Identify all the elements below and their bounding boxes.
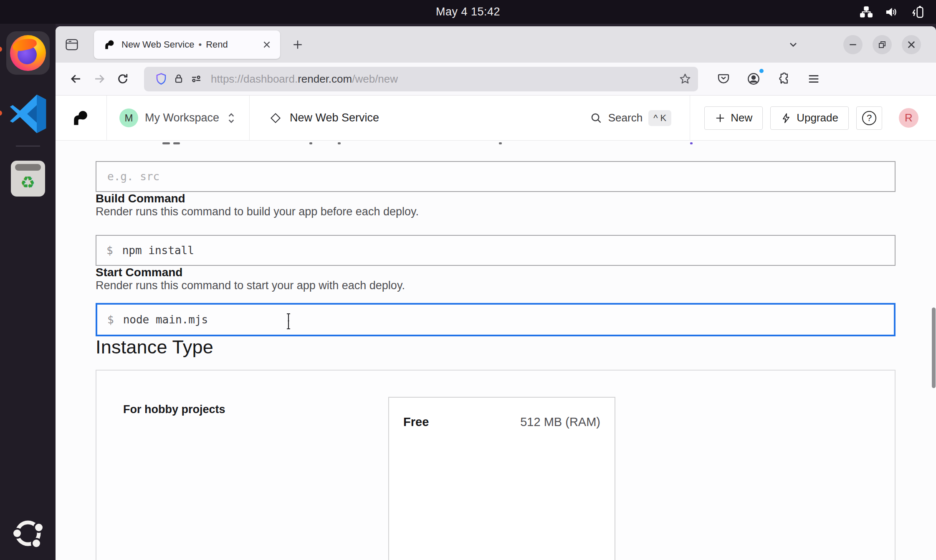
root-directory-field[interactable] bbox=[96, 161, 896, 192]
recycle-icon: ♻ bbox=[20, 174, 35, 191]
help-button[interactable]: ? bbox=[856, 106, 882, 130]
plan-name: Free bbox=[403, 415, 429, 429]
tab-title-fade bbox=[234, 33, 263, 56]
account-notification-badge bbox=[758, 68, 765, 74]
volume-icon[interactable] bbox=[885, 6, 898, 18]
system-clock[interactable]: May 4 15:42 bbox=[0, 5, 936, 18]
build-command-description: Render runs this command to build your a… bbox=[96, 205, 936, 218]
user-avatar[interactable]: R bbox=[899, 108, 918, 128]
workspace-avatar: M bbox=[119, 108, 138, 127]
lightning-icon bbox=[781, 113, 792, 124]
diamond-icon bbox=[270, 112, 281, 124]
browser-window: New Web Service•Rend bbox=[56, 26, 936, 560]
question-icon: ? bbox=[862, 111, 876, 125]
search-shortcut: ^ K bbox=[648, 110, 671, 126]
pocket-icon[interactable] bbox=[714, 69, 733, 88]
permissions-icon[interactable] bbox=[187, 70, 205, 88]
dock: ♻ bbox=[0, 24, 56, 560]
dock-item-show-apps[interactable] bbox=[10, 516, 46, 551]
upgrade-button[interactable]: Upgrade bbox=[770, 106, 849, 130]
shell-prompt: $ bbox=[106, 244, 113, 257]
shell-prompt: $ bbox=[107, 313, 114, 326]
system-top-bar: May 4 15:42 bbox=[0, 0, 936, 24]
plan-ram: 512 MB (RAM) bbox=[520, 415, 600, 429]
start-command-title: Start Command bbox=[96, 266, 936, 279]
start-command-description: Render runs this command to start your a… bbox=[96, 279, 936, 292]
build-command-input[interactable] bbox=[121, 244, 885, 257]
search-icon bbox=[590, 112, 602, 124]
back-button[interactable] bbox=[66, 69, 86, 88]
start-command-field[interactable]: $ bbox=[96, 303, 896, 336]
new-button[interactable]: New bbox=[704, 106, 763, 130]
browser-navbar: https://dashboard.render.com/web/new bbox=[56, 63, 936, 96]
search-label: Search bbox=[608, 111, 643, 124]
root-directory-input[interactable] bbox=[106, 170, 885, 183]
instance-type-title: Instance Type bbox=[96, 336, 936, 358]
breadcrumb: New Web Service bbox=[250, 111, 379, 124]
extensions-puzzle-icon[interactable] bbox=[774, 69, 793, 88]
running-indicator bbox=[0, 111, 2, 116]
page-content: Build Command Render runs this command t… bbox=[56, 141, 936, 560]
text-cursor bbox=[285, 313, 292, 330]
trash-lid bbox=[15, 164, 41, 171]
forward-button[interactable] bbox=[90, 69, 109, 88]
firefox-view-button[interactable] bbox=[62, 35, 81, 54]
url-bar[interactable]: https://dashboard.render.com/web/new bbox=[144, 67, 698, 91]
render-favicon bbox=[103, 39, 115, 50]
start-command-input[interactable] bbox=[122, 313, 884, 326]
workspace-selector[interactable]: M My Workspace bbox=[107, 96, 249, 140]
build-command-field[interactable]: $ bbox=[96, 235, 896, 266]
dashboard-header: M My Workspace New Web Service Search ^ … bbox=[56, 96, 936, 141]
instance-type-box: For hobby projects Free 512 MB (RAM) bbox=[96, 370, 896, 560]
dock-divider bbox=[16, 146, 40, 146]
account-icon[interactable] bbox=[744, 69, 763, 88]
plus-icon bbox=[715, 113, 726, 124]
instance-group-label: For hobby projects bbox=[123, 403, 225, 416]
screen: May 4 15:42 bbox=[0, 0, 936, 560]
system-tray[interactable] bbox=[860, 5, 925, 19]
tab-strip: New Web Service•Rend bbox=[56, 26, 936, 63]
ubuntu-icon bbox=[10, 516, 46, 551]
clipped-text-row bbox=[96, 141, 936, 146]
firefox-icon bbox=[10, 35, 46, 71]
window-minimize-button[interactable] bbox=[843, 35, 863, 54]
dock-item-firefox[interactable] bbox=[6, 24, 50, 75]
dock-item-vscode[interactable] bbox=[6, 93, 50, 133]
dock-item-trash[interactable]: ♻ bbox=[11, 161, 45, 197]
reload-button[interactable] bbox=[113, 69, 132, 88]
chevron-up-down-icon bbox=[226, 112, 237, 124]
tracking-shield-icon[interactable] bbox=[152, 70, 170, 88]
vscode-icon bbox=[8, 93, 48, 133]
url-text[interactable]: https://dashboard.render.com/web/new bbox=[211, 73, 676, 86]
free-plan-card[interactable]: Free 512 MB (RAM) bbox=[388, 397, 615, 560]
page-scrollbar-thumb[interactable] bbox=[932, 308, 936, 388]
menu-hamburger-icon[interactable] bbox=[804, 69, 823, 88]
network-icon[interactable] bbox=[860, 6, 873, 18]
list-tabs-chevron-icon[interactable] bbox=[783, 35, 803, 55]
window-restore-button[interactable] bbox=[873, 35, 892, 54]
search-button[interactable]: Search ^ K bbox=[590, 110, 690, 126]
running-indicator bbox=[0, 47, 2, 52]
workspace-name: My Workspace bbox=[145, 111, 219, 124]
page-title: New Web Service bbox=[290, 111, 379, 124]
window-close-button[interactable] bbox=[902, 35, 921, 54]
bookmark-star-icon[interactable] bbox=[676, 70, 694, 88]
battery-charging-icon[interactable] bbox=[911, 5, 925, 19]
browser-tab-active[interactable]: New Web Service•Rend bbox=[94, 30, 280, 59]
new-tab-button[interactable] bbox=[288, 35, 308, 55]
lock-icon[interactable] bbox=[170, 70, 187, 88]
build-command-title: Build Command bbox=[96, 192, 936, 205]
render-logo bbox=[71, 109, 89, 127]
